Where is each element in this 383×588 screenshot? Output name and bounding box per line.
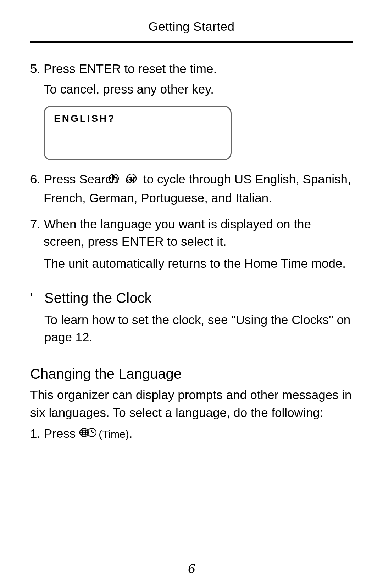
setting-clock-body: To learn how to set the clock, see "Usin… bbox=[30, 311, 353, 346]
step-7-text: When the language you want is displayed … bbox=[44, 217, 311, 249]
step-6: 6. Press Search or to cycle through US E… bbox=[30, 170, 353, 207]
page-header: Getting Started bbox=[30, 19, 353, 43]
time-label: (Time) bbox=[99, 428, 129, 440]
bullet-mark: ' bbox=[30, 291, 44, 306]
svg-point-3 bbox=[131, 179, 133, 182]
changing-language-body: This organizer can display prompts and o… bbox=[30, 386, 353, 421]
step-text: Press ENTER to reset the time. bbox=[44, 62, 217, 75]
setting-clock-heading: Setting the Clock bbox=[44, 290, 151, 306]
step-number: 7. bbox=[30, 217, 40, 231]
step-7: 7. When the language you want is display… bbox=[30, 215, 353, 250]
changing-language-step-1: 1. Press (Time). bbox=[30, 425, 353, 443]
svg-point-1 bbox=[112, 176, 115, 178]
lcd-text: ENGLISH? bbox=[54, 113, 116, 124]
step1-post: . bbox=[129, 426, 133, 440]
step-5-line2: To cancel, press any other key. bbox=[30, 80, 353, 98]
changing-language-heading: Changing the Language bbox=[30, 366, 353, 382]
step-number: 5. bbox=[30, 60, 44, 78]
globe-clock-icon bbox=[79, 425, 99, 443]
step-5: 5.Press ENTER to reset the time. bbox=[30, 60, 353, 78]
step-number: 1. bbox=[30, 426, 40, 440]
setting-clock-heading-row: 'Setting the Clock bbox=[30, 290, 353, 306]
page-number: 6 bbox=[0, 560, 383, 577]
step1-pre: Press bbox=[44, 426, 79, 440]
step-7-note: The unit automatically returns to the Ho… bbox=[30, 255, 353, 272]
lcd-screen-box: ENGLISH? bbox=[44, 106, 232, 160]
step-number: 6. bbox=[30, 172, 40, 186]
